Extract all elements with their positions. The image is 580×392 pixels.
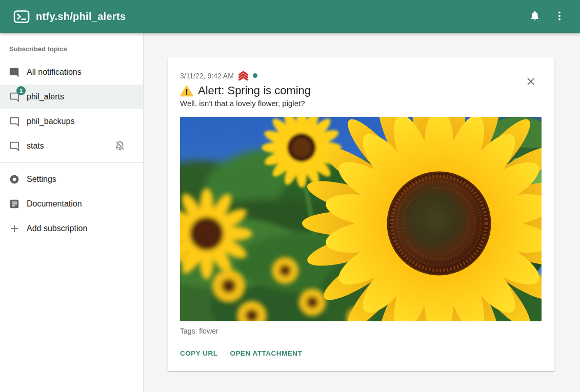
notification-meta: 3/11/22, 9:42 AM: [180, 71, 542, 80]
timestamp: 3/11/22, 9:42 AM: [180, 72, 234, 80]
sidebar-item-phil-backups[interactable]: phil_backups: [0, 109, 143, 134]
priority-max-icon: [237, 71, 249, 80]
card-actions: COPY URL OPEN ATTACHMENT: [180, 347, 542, 359]
sidebar-item-label: stats: [27, 141, 108, 151]
chat-bubble-outline-icon: [8, 140, 21, 152]
sidebar-item-phil-alerts[interactable]: 1 phil_alerts: [0, 85, 143, 109]
sidebar: Subscribed topics All notifications 1 ph…: [0, 33, 144, 392]
close-icon: [526, 76, 536, 88]
copy-url-button[interactable]: COPY URL: [180, 347, 218, 359]
chat-bubble-outline-icon: 1: [8, 91, 21, 103]
plus-icon: [8, 222, 21, 235]
sidebar-item-label: phil_backups: [27, 117, 135, 126]
sidebar-item-stats[interactable]: stats: [0, 134, 143, 158]
page-title: ntfy.sh/phil_alerts: [36, 11, 126, 23]
open-attachment-button[interactable]: OPEN ATTACHMENT: [230, 347, 303, 359]
sidebar-item-label: Documentation: [27, 199, 135, 209]
chat-bubble-outline-icon: [8, 115, 21, 128]
app-bar: ntfy.sh/phil_alerts: [0, 0, 580, 33]
sidebar-item-label: Settings: [27, 175, 135, 184]
terminal-icon: [13, 10, 30, 24]
sidebar-item-label: All notifications: [27, 68, 135, 77]
sidebar-item-add-subscription[interactable]: Add subscription: [0, 216, 143, 241]
sidebar-item-label: Add subscription: [27, 224, 135, 233]
sidebar-item-all-notifications[interactable]: All notifications: [0, 60, 143, 85]
sidebar-item-documentation[interactable]: Documentation: [0, 192, 143, 216]
main-content: 3/11/22, 9:42 AM Alert: Spring is coming: [144, 33, 580, 392]
bell-icon: [529, 10, 541, 24]
attachment-image[interactable]: [180, 117, 542, 321]
sidebar-divider: [0, 162, 143, 163]
chat-bubble-filled-icon: [8, 66, 21, 78]
notifications-button[interactable]: [523, 4, 547, 29]
notification-body: Well, isn't that a lovely flower, piglet…: [180, 99, 542, 108]
notification-title-row: Alert: Spring is coming: [180, 84, 542, 97]
tags-text: Tags: flower: [180, 327, 542, 335]
bell-off-icon: [114, 140, 127, 152]
unread-dot: [253, 73, 257, 78]
overflow-menu-button[interactable]: [547, 4, 572, 29]
close-button[interactable]: [521, 72, 541, 92]
article-icon: [8, 198, 21, 210]
notification-title: Alert: Spring is coming: [198, 84, 311, 97]
sidebar-item-settings[interactable]: Settings: [0, 167, 143, 192]
subscribed-topics-label: Subscribed topics: [0, 45, 143, 60]
notification-card: 3/11/22, 9:42 AM Alert: Spring is coming: [168, 57, 554, 372]
sidebar-item-label: phil_alerts: [27, 92, 135, 101]
gear-icon: [8, 173, 21, 185]
warning-triangle-icon: [180, 85, 193, 97]
unread-count-badge: 1: [16, 86, 26, 95]
overflow-menu-icon: [553, 10, 566, 24]
